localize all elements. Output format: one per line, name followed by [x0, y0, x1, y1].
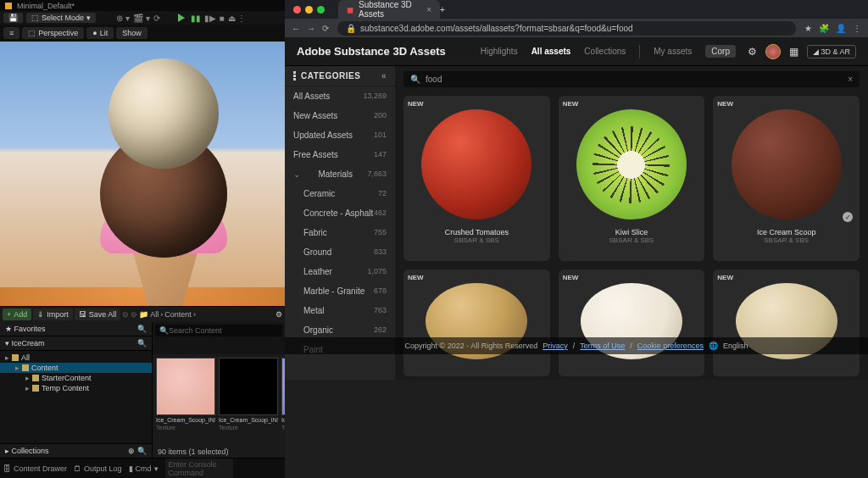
viewport-menu-icon[interactable]: ≡: [3, 27, 19, 39]
asset-search-input[interactable]: 🔍 food ×: [403, 71, 860, 87]
tree-node[interactable]: ▸Content: [0, 363, 152, 373]
card-format: SBSAR & SBS: [764, 236, 809, 244]
back-icon[interactable]: ←: [292, 24, 300, 33]
tree-node[interactable]: ▸StarterContent: [0, 373, 152, 383]
pause-button[interactable]: ▮▮: [191, 14, 201, 23]
tree-node[interactable]: ▸All: [0, 353, 152, 363]
asset-thumbnail: [219, 358, 278, 415]
save-all-button[interactable]: 🖫 Save All: [75, 308, 121, 320]
material-preview: [576, 109, 687, 220]
corp-chip[interactable]: Corp: [705, 45, 736, 58]
terms-link[interactable]: Terms of Use: [580, 342, 625, 350]
cmd-dropdown[interactable]: ▮ Cmd ▾: [129, 464, 159, 473]
app-body: CATEGORIES « All Assets13,269New Assets2…: [285, 66, 868, 380]
gear-icon[interactable]: ⚙: [748, 46, 757, 58]
sidebar-item[interactable]: Ceramic72: [285, 184, 395, 203]
eject-button[interactable]: ⏏ ⋮: [228, 14, 247, 23]
settings-icon[interactable]: ⚙: [275, 310, 282, 319]
project-header[interactable]: ▾ IceCream🔍: [0, 336, 152, 351]
perspective-dropdown[interactable]: ⬚ Perspective: [22, 27, 84, 39]
sidebar-item[interactable]: Ground833: [285, 242, 395, 262]
play-button[interactable]: [175, 12, 187, 24]
badge-3d-ar[interactable]: ◢ 3D & AR: [807, 45, 856, 58]
lit-dropdown[interactable]: ● Lit: [86, 27, 114, 39]
sidebar-item[interactable]: Leather1,075: [285, 262, 395, 281]
show-dropdown[interactable]: Show: [116, 27, 147, 39]
asset-card[interactable]: NEWCrushed TomatoesSBSAR & SBS: [403, 96, 550, 261]
browser-tabstrip: ◼ Substance 3D Assets × +: [285, 0, 868, 19]
collapse-icon[interactable]: «: [381, 71, 387, 81]
language-selector[interactable]: English: [723, 342, 748, 350]
nav-highlights[interactable]: Highlights: [481, 47, 518, 56]
sidebar-item[interactable]: Metal763: [285, 301, 395, 320]
skip-button[interactable]: ▮▶: [204, 14, 216, 23]
reload-icon[interactable]: ⟳: [322, 24, 329, 33]
history-fwd-icon[interactable]: ⊖: [131, 310, 137, 319]
sidebar-item[interactable]: Marble - Granite678: [285, 281, 395, 301]
save-icon[interactable]: 💾: [3, 13, 23, 23]
add-content-icon[interactable]: ⊕ ▾: [116, 14, 130, 23]
add-button[interactable]: + Add: [3, 308, 31, 320]
avatar[interactable]: [765, 44, 781, 59]
extension-icon[interactable]: ★: [804, 24, 812, 33]
asset-tile[interactable]: Ice_Cream_Scoop_INST_basecolorTexture: [156, 358, 215, 442]
asset-card[interactable]: NEW: [559, 270, 705, 376]
nav-all-assets[interactable]: All assets: [531, 47, 571, 56]
breadcrumb-all[interactable]: All: [150, 310, 159, 319]
import-button[interactable]: ⇓ Import: [33, 308, 73, 320]
sidebar-item[interactable]: New Assets200: [285, 106, 395, 125]
legal-footer: Copyright © 2022 - All Rights Reserved P…: [285, 337, 868, 354]
url-input[interactable]: 🔒 substance3d.adobe.com/assets/allassets…: [337, 21, 796, 36]
sidebar-item[interactable]: Updated Assets101: [285, 125, 395, 145]
cookies-link[interactable]: Cookie preferences: [637, 342, 704, 350]
output-log-button[interactable]: 🗒 Output Log: [74, 464, 122, 473]
asset-tile[interactable]: Ice_Cream_Scoop_INST_metallicTexture: [219, 358, 278, 442]
asset-card[interactable]: NEWIce Cream ScoopSBSAR & SBS✓: [713, 96, 860, 261]
viewport-table: [0, 287, 285, 306]
asset-name: Ice_Cream_Scoop_INST_metallic: [219, 417, 278, 424]
extension-icon[interactable]: 🧩: [819, 24, 829, 33]
nav-my-assets[interactable]: My assets: [654, 47, 692, 56]
nav-collections[interactable]: Collections: [584, 47, 626, 56]
stop-button[interactable]: ■: [220, 14, 225, 23]
asset-card[interactable]: NEW: [713, 270, 860, 376]
profile-icon[interactable]: 👤: [836, 24, 846, 33]
close-icon[interactable]: [293, 6, 301, 14]
apps-icon[interactable]: ▦: [789, 46, 798, 58]
tree-node[interactable]: ▸Temp Content: [0, 383, 152, 393]
content-drawer-button[interactable]: 🗄 Content Drawer: [3, 464, 67, 473]
history-back-icon[interactable]: ⊖: [122, 310, 129, 319]
privacy-link[interactable]: Privacy: [542, 342, 568, 350]
menu-icon[interactable]: ⋮: [853, 24, 861, 33]
window-controls[interactable]: [285, 6, 333, 14]
maximize-icon[interactable]: [317, 6, 325, 14]
new-tag: NEW: [563, 100, 579, 108]
viewport-3d[interactable]: [0, 42, 285, 306]
asset-card[interactable]: NEWKiwi SliceSBSAR & SBS: [559, 96, 705, 261]
asset-type: Texture: [219, 425, 278, 431]
content-search-input[interactable]: 🔍 Search Content: [155, 325, 282, 336]
select-mode-dropdown[interactable]: ⬚ Select Mode ▾: [26, 13, 96, 23]
favorites-header[interactable]: ★ Favorites🔍: [0, 322, 152, 336]
categories-sidebar: CATEGORIES « All Assets13,269New Assets2…: [285, 66, 395, 380]
minimize-icon[interactable]: [305, 6, 313, 14]
sidebar-item[interactable]: Materials7,663: [285, 164, 395, 184]
marketplace-icon[interactable]: 🎬 ▾: [133, 14, 150, 23]
sidebar-item[interactable]: Free Assets147: [285, 145, 395, 164]
sidebar-item[interactable]: Fabric755: [285, 223, 395, 242]
sidebar-item[interactable]: Concrete - Asphalt462: [285, 203, 395, 223]
new-tab-button[interactable]: +: [440, 5, 445, 14]
collections-header[interactable]: ▸ Collections ⊕ 🔍: [0, 443, 152, 458]
clear-search-icon[interactable]: ×: [848, 75, 853, 84]
settings-icon[interactable]: ⟳: [153, 14, 160, 23]
folder-icon[interactable]: 📁: [139, 310, 148, 319]
categories-icon: [293, 71, 296, 81]
browser-tab[interactable]: ◼ Substance 3D Assets ×: [338, 0, 440, 19]
new-tag: NEW: [408, 100, 424, 108]
breadcrumb-content[interactable]: Content: [164, 310, 192, 319]
asset-card[interactable]: NEW: [403, 270, 550, 376]
tab-close-icon[interactable]: ×: [426, 5, 431, 14]
forward-icon[interactable]: →: [307, 24, 315, 33]
sidebar-item[interactable]: All Assets13,269: [285, 86, 395, 106]
console-input[interactable]: Enter Console Command: [165, 459, 233, 479]
